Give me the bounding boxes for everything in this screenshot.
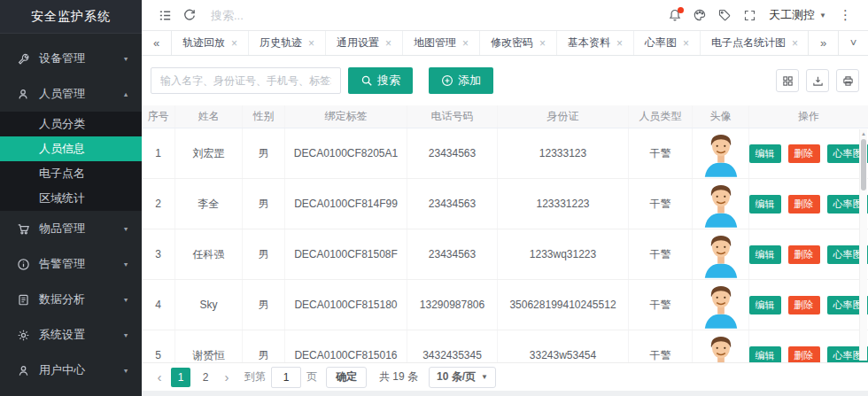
app-window: 安全监护系统 设备管理 ▼ 人员管理 ▲ 人员分类 人员信息 电子点名 — [0, 0, 868, 396]
person-search-input[interactable] — [151, 67, 341, 94]
tab-strip: 轨迹回放× 历史轨迹× 通用设置× 地图管理× 修改密码× 基本资料× 心率图×… — [172, 31, 808, 55]
avatar — [701, 129, 741, 177]
tabs-scroll-left-icon[interactable]: « — [142, 31, 172, 55]
palette-icon[interactable] — [687, 3, 712, 27]
main-area: 天工测控 ▼ ⋮ « 轨迹回放× 历史轨迹× 通用设置× 地图管理× 修改密码×… — [142, 0, 868, 396]
bell-icon[interactable] — [663, 3, 687, 27]
people-icon — [16, 87, 30, 101]
cell-no: 2 — [142, 179, 175, 229]
chevron-down-icon: ▼ — [819, 12, 826, 19]
cell-no: 4 — [142, 280, 175, 330]
confirm-button[interactable]: 确定 — [326, 367, 367, 388]
close-icon[interactable]: × — [385, 37, 391, 50]
edit-button[interactable]: 编辑 — [749, 195, 781, 214]
chevron-down-icon: ▼ — [122, 225, 128, 232]
cell-type: 干警 — [629, 128, 693, 178]
global-search-input[interactable] — [211, 9, 370, 22]
cell-no: 1 — [142, 128, 175, 178]
close-icon[interactable]: × — [683, 37, 689, 50]
delete-button[interactable]: 删除 — [788, 144, 820, 163]
tab-map-management[interactable]: 地图管理× — [403, 31, 480, 55]
page-button-1[interactable]: 1 — [171, 368, 190, 387]
fullscreen-icon[interactable] — [737, 3, 762, 27]
edit-button[interactable]: 编辑 — [749, 144, 781, 163]
close-icon[interactable]: × — [308, 37, 314, 50]
sidebar-item-person-info[interactable]: 人员信息 — [0, 136, 142, 161]
refresh-icon[interactable] — [177, 3, 202, 27]
goto-page-input[interactable] — [271, 367, 301, 388]
chevron-down-icon: ▼ — [122, 331, 128, 338]
sidebar-item-goods[interactable]: 物品管理 ▼ — [0, 211, 142, 246]
cart-icon — [16, 221, 30, 236]
tab-roll-call-stats[interactable]: 电子点名统计图× — [701, 31, 808, 55]
tabbar: « 轨迹回放× 历史轨迹× 通用设置× 地图管理× 修改密码× 基本资料× 心率… — [142, 31, 868, 56]
tab-history-track[interactable]: 历史轨迹× — [249, 31, 326, 55]
edit-button[interactable]: 编辑 — [749, 296, 781, 314]
cell-name: 任科强 — [175, 229, 243, 279]
cell-phone: 23434563 — [407, 179, 498, 229]
export-button[interactable] — [806, 69, 829, 92]
sidebar-item-label: 数据分析 — [39, 291, 122, 307]
export-icon — [812, 75, 824, 87]
close-icon[interactable]: × — [539, 37, 546, 50]
close-icon[interactable]: × — [231, 37, 237, 50]
user-menu[interactable]: 天工测控 ▼ — [769, 7, 826, 23]
column-grid-button[interactable] — [776, 69, 799, 92]
sidebar-item-personnel[interactable]: 人员管理 ▲ — [0, 76, 142, 112]
col-header-no: 序号 — [142, 105, 175, 128]
sidebar-item-person-classify[interactable]: 人员分类 — [0, 112, 142, 136]
sidebar-item-settings[interactable]: 系统设置 ▼ — [0, 317, 142, 353]
scroll-up-icon[interactable]: ▲ — [860, 129, 867, 138]
tab-basic-profile[interactable]: 基本资料× — [557, 31, 634, 55]
close-icon[interactable]: × — [462, 37, 469, 50]
close-icon[interactable]: × — [792, 37, 798, 50]
next-page-icon[interactable]: › — [218, 369, 236, 384]
tabs-menu-icon[interactable]: ˅ — [838, 31, 868, 55]
collapse-menu-icon[interactable] — [152, 3, 177, 27]
sidebar-item-roll-call[interactable]: 电子点名 — [0, 161, 142, 186]
add-button[interactable]: 添加 — [429, 67, 493, 94]
tab-general-settings[interactable]: 通用设置× — [326, 31, 403, 55]
page-size-select[interactable]: 10 条/页 ▼ — [429, 367, 496, 388]
sidebar-item-analytics[interactable]: 数据分析 ▼ — [0, 282, 142, 317]
cell-gender: 男 — [243, 229, 285, 279]
print-button[interactable] — [836, 69, 859, 92]
cell-name: Sky — [175, 280, 243, 330]
goto-label: 到第 — [244, 369, 266, 384]
close-icon[interactable]: × — [616, 37, 623, 50]
sidebar-item-alarms[interactable]: 告警管理 ▼ — [0, 246, 142, 282]
edit-button[interactable]: 编辑 — [749, 245, 781, 264]
vertical-scrollbar[interactable]: ▲ — [859, 129, 867, 361]
delete-button[interactable]: 删除 — [788, 245, 820, 264]
grid-icon — [782, 75, 794, 87]
tabs-scroll-right-icon[interactable]: » — [808, 31, 838, 55]
sidebar-item-label: 人员管理 — [39, 86, 122, 102]
search-icon — [360, 74, 373, 87]
cell-type: 干警 — [629, 280, 693, 330]
cell-avatar — [693, 229, 749, 279]
cell-name: 刘宏罡 — [175, 128, 243, 178]
page-button-2[interactable]: 2 — [196, 368, 215, 387]
prev-page-icon[interactable]: ‹ — [151, 369, 168, 384]
cell-tag: DECA0100CF815180 — [285, 280, 407, 330]
tab-heart-rate-chart[interactable]: 心率图× — [634, 31, 701, 55]
sidebar-item-area-stats[interactable]: 区域统计 — [0, 186, 142, 211]
more-vertical-icon[interactable]: ⋮ — [833, 7, 857, 23]
tab-change-password[interactable]: 修改密码× — [480, 31, 557, 55]
cell-actions: 编辑 删除 心率图 — [749, 179, 868, 229]
col-header-idcard: 身份证 — [498, 105, 629, 128]
delete-button[interactable]: 删除 — [788, 195, 820, 214]
search-button[interactable]: 搜索 — [348, 67, 413, 94]
cell-gender: 男 — [243, 280, 285, 330]
clipboard-icon — [16, 292, 30, 307]
table-row: 4 Sky 男 DECA0100CF815180 13290987806 350… — [142, 280, 868, 330]
sidebar-item-user-center[interactable]: 用户中心 ▼ — [0, 353, 142, 388]
col-header-gender: 性别 — [243, 105, 285, 128]
tag-icon[interactable] — [712, 3, 737, 27]
tab-track-playback[interactable]: 轨迹回放× — [172, 31, 249, 55]
delete-button[interactable]: 删除 — [788, 296, 820, 314]
scrollbar-thumb[interactable] — [861, 139, 866, 190]
personnel-submenu: 人员分类 人员信息 电子点名 区域统计 — [0, 112, 142, 211]
sidebar-item-label: 设备管理 — [39, 50, 122, 66]
sidebar-item-devices[interactable]: 设备管理 ▼ — [0, 41, 142, 76]
